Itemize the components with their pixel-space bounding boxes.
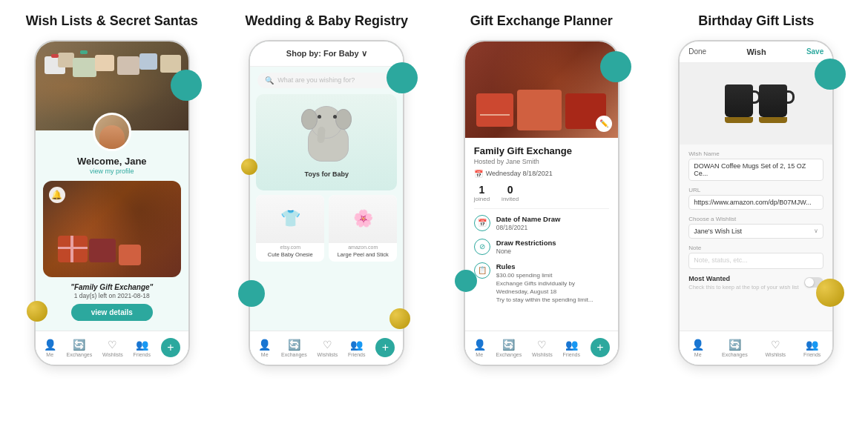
- mug2-group: [759, 84, 787, 123]
- phone4-wrapper: Done Wish Save: [678, 40, 834, 366]
- phone2-product-row: 👕 etsy.com Cute Baby Onesie 🌸 amazon.com…: [256, 195, 397, 262]
- welcome-name: Welcome, Jane: [36, 156, 188, 167]
- nav-wishlists-1[interactable]: ♡ Wishlists: [102, 339, 123, 357]
- nav-me-1[interactable]: 👤 Me: [44, 339, 56, 357]
- search-placeholder: What are you wishing for?: [277, 76, 355, 84]
- phone4-inner: Done Wish Save: [680, 42, 832, 365]
- note-input[interactable]: Note, status, etc...: [688, 253, 823, 269]
- section-gift-exchange: Gift Exchange Planner ✏️: [437, 13, 646, 431]
- most-wanted-label: Most Wanted: [688, 275, 798, 282]
- bell-icon: 🔔: [49, 187, 65, 203]
- present-3: [119, 245, 141, 265]
- save-button[interactable]: Save: [806, 47, 823, 56]
- section-title-2: Wedding & Baby Registry: [245, 13, 408, 30]
- edit-button[interactable]: ✏️: [596, 116, 612, 132]
- phone2-product-grid: Toys for Baby 👕 etsy.com Cute Baby Onesi…: [250, 94, 403, 262]
- wishlists-icon-3: ♡: [537, 339, 547, 351]
- phone1-exchange-info: "Family Gift Exchange" 1 day(s) left on …: [43, 283, 181, 299]
- mug-2: [759, 84, 787, 117]
- nav-friends-2[interactable]: 👥 Friends: [348, 339, 365, 357]
- view-profile-link[interactable]: view my profile: [36, 167, 188, 175]
- exchanges-icon-4: 🔄: [729, 339, 741, 351]
- nav-plus-1[interactable]: +: [161, 338, 180, 357]
- friends-icon-4: 👥: [806, 339, 818, 351]
- nav-label-wishlists-1: Wishlists: [102, 352, 123, 357]
- nav-plus-3[interactable]: +: [591, 338, 610, 357]
- phone2-wrapper: Shop by: For Baby ∨ 🔍 What are you wishi…: [249, 40, 404, 366]
- elephant-label: Toys for Baby: [305, 170, 349, 178]
- nav-me-3[interactable]: 👤 Me: [473, 339, 486, 357]
- detail1-title: Date of Name Draw: [496, 215, 609, 223]
- deco-teal-4: [815, 59, 846, 90]
- note-label: Note: [688, 245, 823, 251]
- nav-me-2[interactable]: 👤 Me: [258, 339, 271, 357]
- most-wanted-label-group: Most Wanted Check this to keep at the to…: [688, 275, 798, 291]
- onesie-image: 👕: [256, 195, 324, 243]
- nav-label-wishlists-2: Wishlists: [318, 352, 338, 357]
- deco-teal-2: [387, 62, 418, 93]
- phone-1: Welcome, Jane view my profile 🔔: [34, 40, 190, 366]
- product2-source: etsy.com: [256, 243, 324, 251]
- elephant-ear-right: [335, 109, 352, 130]
- phone2-elephant-product[interactable]: Toys for Baby: [256, 94, 397, 190]
- wish-name-value[interactable]: DOWAN Coffee Mugs Set of 2, 15 OZ Ce...: [688, 159, 823, 181]
- main-container: Wish Lists & Secret Santas: [0, 0, 868, 438]
- phone2-bottom-nav: 👤 Me 🔄 Exchanges ♡ Wishlists 👥: [250, 331, 403, 365]
- friends-icon-2: 👥: [350, 339, 363, 351]
- detail-content-2: Draw Restrictions None: [496, 239, 609, 255]
- view-details-button[interactable]: view details: [71, 304, 153, 321]
- deco-gold-4: [816, 279, 844, 307]
- hero-gift-2: [517, 90, 562, 130]
- nav-label-friends-4: Friends: [803, 352, 821, 357]
- nav-wishlists-4[interactable]: ♡ Wishlists: [766, 339, 786, 357]
- phone4-topbar: Done Wish Save: [680, 42, 832, 63]
- phone2-product-2[interactable]: 👕 etsy.com Cute Baby Onesie: [256, 195, 324, 262]
- nav-exchanges-2[interactable]: 🔄 Exchanges: [281, 339, 307, 357]
- nav-wishlists-2[interactable]: ♡ Wishlists: [318, 339, 338, 357]
- wishlist-field: Choose a Wishlist Jane's Wish List ∨: [688, 216, 823, 239]
- done-button[interactable]: Done: [688, 47, 706, 56]
- nav-label-me-2: Me: [261, 352, 269, 357]
- calendar-detail-icon: 📅: [474, 215, 490, 231]
- wish-title: Wish: [746, 47, 766, 56]
- nav-wishlists-3[interactable]: ♡ Wishlists: [532, 339, 553, 357]
- exchanges-icon-3: 🔄: [502, 339, 515, 351]
- gift-box-6: [139, 53, 157, 70]
- deco-teal-2b: [238, 280, 265, 307]
- section-title-1: Wish Lists & Secret Santas: [26, 13, 198, 30]
- calendar-icon: 📅: [474, 170, 483, 178]
- hero-gift-1: [476, 93, 513, 127]
- phone3-bottom-nav: 👤 Me 🔄 Exchanges ♡ Wishlists 👥: [465, 331, 618, 365]
- mug1-base: [725, 117, 753, 123]
- wish-name-field: Wish Name DOWAN Coffee Mugs Set of 2, 15…: [688, 150, 823, 181]
- wishlist-select[interactable]: Jane's Wish List ∨: [688, 224, 823, 239]
- deco-teal-3: [600, 51, 631, 82]
- url-value[interactable]: https://www.amazon.com/dp/B07MJW...: [688, 195, 823, 210]
- chevron-down-icon: ∨: [814, 228, 818, 234]
- phone3-content: Family Gift Exchange Hosted by Jane Smit…: [465, 138, 618, 319]
- nav-exchanges-1[interactable]: 🔄 Exchanges: [67, 339, 93, 357]
- shop-by-label[interactable]: Shop by: For Baby ∨: [286, 49, 367, 58]
- deco-gold-1: [27, 301, 47, 322]
- detail-content-3: Rules $30.00 spending limitExchange Gift…: [496, 262, 609, 305]
- toggle-knob: [805, 278, 814, 287]
- deco-teal-1: [171, 70, 202, 101]
- nav-exchanges-3[interactable]: 🔄 Exchanges: [496, 339, 522, 357]
- twine-1: [480, 114, 510, 116]
- url-field: URL https://www.amazon.com/dp/B07MJW...: [688, 187, 823, 210]
- nav-plus-2[interactable]: +: [375, 338, 395, 357]
- detail-row-3: 📋 Rules $30.00 spending limitExchange Gi…: [474, 262, 609, 305]
- exchanges-icon-2: 🔄: [288, 339, 300, 351]
- nav-friends-3[interactable]: 👥 Friends: [563, 339, 580, 357]
- nav-me-4[interactable]: 👤 Me: [691, 339, 704, 357]
- product3-name: Large Peel and Stick: [329, 251, 397, 258]
- wishlist-value: Jane's Wish List: [694, 228, 742, 235]
- nav-exchanges-4[interactable]: 🔄 Exchanges: [722, 339, 748, 357]
- nav-label-exchanges-2: Exchanges: [281, 352, 307, 357]
- nav-friends-4[interactable]: 👥 Friends: [803, 339, 821, 357]
- detail2-title: Draw Restrictions: [496, 239, 609, 247]
- nav-friends-1[interactable]: 👥 Friends: [134, 339, 151, 357]
- joined-stat: 1 joined: [474, 184, 490, 202]
- phone2-search[interactable]: 🔍 What are you wishing for?: [257, 73, 395, 88]
- phone2-product-3[interactable]: 🌸 amazon.com Large Peel and Stick: [329, 195, 397, 262]
